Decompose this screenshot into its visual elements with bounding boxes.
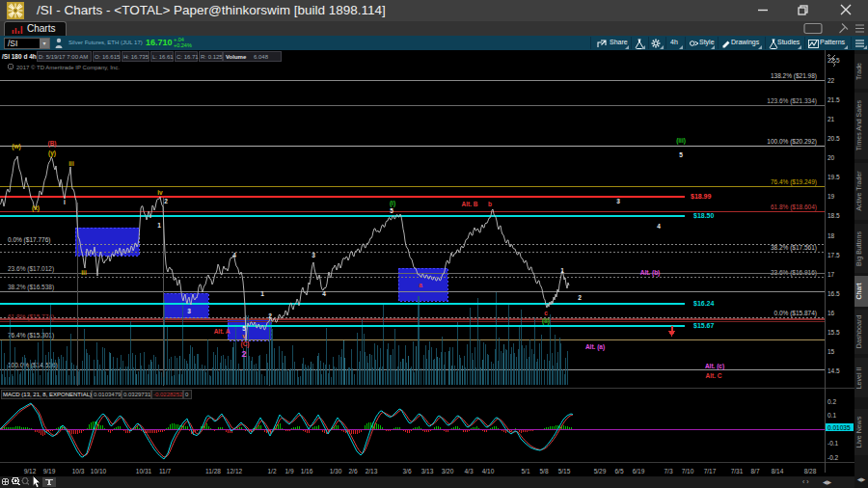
svg-text:7/31: 7/31 — [731, 468, 744, 474]
svg-text:6/19: 6/19 — [633, 468, 645, 474]
svg-text:11/7: 11/7 — [159, 468, 172, 474]
svg-text:1/30: 1/30 — [330, 468, 342, 474]
svg-text:76.4% ($19.249): 76.4% ($19.249) — [771, 178, 817, 186]
svg-text:2: 2 — [241, 349, 246, 359]
svg-text:i: i — [64, 199, 66, 205]
svg-text:H: 16.735: H: 16.735 — [123, 54, 149, 60]
svg-text:Alt. B: Alt. B — [462, 201, 478, 207]
svg-text:1: 1 — [157, 222, 161, 229]
svg-text:Trade: Trade — [855, 63, 862, 80]
svg-text:Alt. A: Alt. A — [214, 328, 231, 335]
svg-text:Volume: Volume — [226, 54, 247, 60]
svg-text:2: 2 — [578, 294, 582, 301]
svg-text:3/6: 3/6 — [402, 468, 411, 474]
svg-text:12/12: 12/12 — [227, 468, 243, 474]
svg-text:0.2: 0.2 — [827, 398, 836, 405]
svg-text:5: 5 — [390, 207, 393, 214]
svg-text:(C): (C) — [240, 340, 249, 348]
svg-text:c: c — [544, 310, 548, 316]
svg-text:38.2% ($17.561): 38.2% ($17.561) — [771, 244, 817, 252]
svg-text:v: v — [242, 333, 246, 339]
svg-text:23.6% ($17.012): 23.6% ($17.012) — [8, 265, 54, 273]
svg-text:(ii): (ii) — [542, 317, 550, 325]
svg-text:$15.67: $15.67 — [693, 322, 715, 330]
svg-text:18.5: 18.5 — [827, 212, 840, 219]
svg-text:/SI 180 d 4h: /SI 180 d 4h — [2, 53, 37, 60]
svg-text:2/13: 2/13 — [366, 468, 378, 474]
svg-text:-0.1: -0.1 — [827, 440, 839, 447]
svg-text:Alt. (c): Alt. (c) — [705, 363, 724, 370]
svg-text:5: 5 — [242, 325, 246, 332]
svg-text:10/31: 10/31 — [136, 468, 152, 474]
svg-text:3: 3 — [312, 252, 315, 258]
svg-text:1: 1 — [560, 267, 564, 274]
svg-text:8/14: 8/14 — [772, 468, 784, 474]
svg-text:4: 4 — [322, 290, 326, 297]
svg-text:(w): (w) — [12, 143, 20, 150]
svg-text:100.0% ($20.292): 100.0% ($20.292) — [767, 138, 817, 146]
svg-text:-0.2: -0.2 — [827, 454, 839, 461]
svg-text:D: 5/19/17 7:00 AM: D: 5/19/17 7:00 AM — [39, 54, 88, 60]
svg-text:22: 22 — [827, 77, 835, 84]
svg-text:61.8% ($18.604): 61.8% ($18.604) — [771, 203, 817, 211]
svg-text:3/20: 3/20 — [442, 468, 454, 474]
svg-text:0.0% ($17.776): 0.0% ($17.776) — [8, 236, 50, 244]
svg-text:7/17: 7/17 — [704, 468, 717, 474]
svg-text:iii: iii — [81, 269, 87, 276]
svg-text:14.5: 14.5 — [827, 367, 840, 374]
svg-text:(B): (B) — [47, 140, 56, 148]
svg-text:8/28: 8/28 — [804, 468, 817, 474]
svg-text:◀▶: ◀▶ — [823, 479, 832, 485]
svg-text:123.6% ($21.334): 123.6% ($21.334) — [767, 97, 817, 105]
svg-text:‹ ›: ‹ › — [802, 478, 809, 485]
svg-text:61.8% ($15.774): 61.8% ($15.774) — [8, 313, 54, 321]
svg-text:38.2% ($16.538): 38.2% ($16.538) — [8, 284, 54, 291]
svg-text:1: 1 — [260, 290, 264, 297]
svg-text:1/9: 1/9 — [285, 468, 293, 474]
svg-text:9/12: 9/12 — [24, 468, 37, 474]
svg-text:138.2% ($21.98): 138.2% ($21.98) — [771, 72, 817, 80]
svg-text:0.0329731: 0.0329731 — [123, 392, 151, 397]
svg-text:(y): (y) — [48, 149, 56, 157]
svg-text:0.1: 0.1 — [827, 412, 836, 419]
svg-text:5: 5 — [679, 151, 683, 158]
svg-text:1/2: 1/2 — [267, 468, 276, 474]
svg-text:(x): (x) — [32, 204, 40, 212]
svg-text:Big Buttons: Big Buttons — [855, 231, 863, 266]
svg-text:Active Trader: Active Trader — [855, 171, 862, 211]
svg-text:16.5: 16.5 — [827, 290, 840, 297]
svg-text:2: 2 — [164, 198, 168, 204]
svg-text:4/3: 4/3 — [464, 468, 473, 474]
svg-text:C: 16.71: C: 16.71 — [176, 54, 199, 60]
svg-text:-0.0228252: -0.0228252 — [153, 392, 183, 397]
svg-text:iii: iii — [68, 160, 74, 167]
svg-text:17.5: 17.5 — [827, 252, 840, 258]
svg-text:$18.99: $18.99 — [691, 193, 712, 201]
svg-text:10/10: 10/10 — [91, 468, 107, 474]
svg-text:0.0103479: 0.0103479 — [94, 392, 122, 397]
svg-text:5/1: 5/1 — [521, 468, 529, 474]
svg-text:4/10: 4/10 — [482, 468, 495, 474]
svg-text:15: 15 — [827, 348, 835, 355]
svg-text:2/6: 2/6 — [348, 468, 357, 474]
svg-text:MACD (13, 21, 8, EXPONENTIAL): MACD (13, 21, 8, EXPONENTIAL) — [3, 392, 92, 397]
svg-text:Alt. C: Alt. C — [706, 372, 722, 379]
svg-text:R: 0.125: R: 0.125 — [201, 54, 223, 60]
svg-text:$18.50: $18.50 — [693, 212, 715, 220]
svg-text:2017 © TD Ameritrade IP Compan: 2017 © TD Ameritrade IP Company, Inc. — [16, 65, 120, 70]
svg-text:17: 17 — [827, 271, 835, 278]
svg-text:Live News: Live News — [855, 416, 862, 447]
svg-text:6/5: 6/5 — [614, 468, 623, 474]
svg-text:4: 4 — [657, 223, 661, 230]
svg-text:23.6% ($16.916): 23.6% ($16.916) — [771, 269, 817, 277]
svg-text:8/7: 8/7 — [750, 468, 759, 474]
svg-text:Alt. (b): Alt. (b) — [640, 269, 661, 277]
svg-text:◀▶: ◀▶ — [857, 476, 866, 482]
svg-text:19.5: 19.5 — [827, 174, 840, 180]
svg-text:7/3: 7/3 — [664, 468, 672, 474]
svg-text:19: 19 — [827, 193, 835, 200]
svg-text:0.01035: 0.01035 — [827, 424, 851, 431]
svg-text:20.5: 20.5 — [827, 135, 840, 142]
svg-text:3: 3 — [187, 308, 191, 314]
svg-text:L: 16.61: L: 16.61 — [152, 54, 174, 60]
